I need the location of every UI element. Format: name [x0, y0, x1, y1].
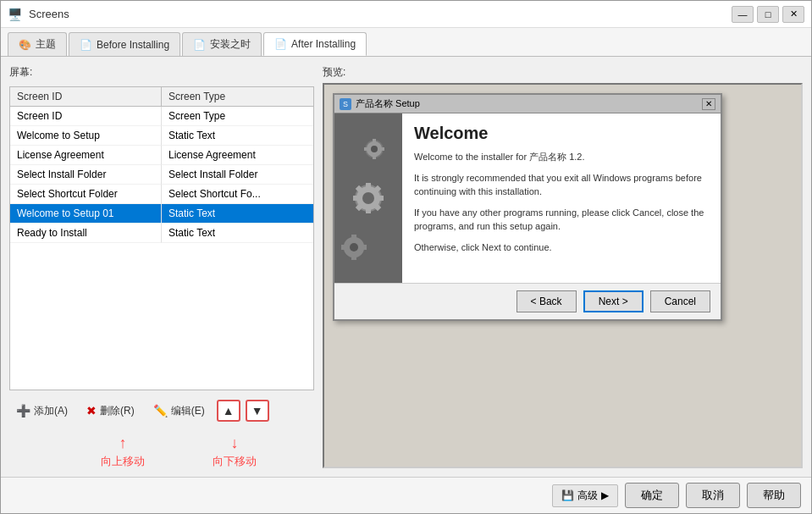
screen-type-cell: Select Install Folder: [162, 165, 313, 185]
svg-point-18: [350, 243, 358, 251]
screens-label: 屏幕:: [9, 65, 314, 80]
delete-label: 删除(R): [100, 404, 135, 418]
installer-title-left: S 产品名称 Setup: [340, 97, 420, 110]
delete-button[interactable]: ✖ 删除(R): [80, 401, 141, 421]
tab-install-time[interactable]: 📄 安装之时: [182, 32, 262, 56]
add-icon: ➕: [16, 404, 30, 417]
maximize-button[interactable]: □: [757, 6, 779, 23]
add-label: 添加(A): [34, 404, 68, 418]
screen-id-cell: Welcome to Setup 01: [10, 204, 162, 224]
themes-icon: 🎨: [19, 39, 31, 51]
annotation-area: ↑ 向上移动 ↓ 向下移动: [9, 431, 314, 468]
chevron-right-icon: ▶: [601, 489, 609, 501]
annotation-down: ↓ 向下移动: [213, 434, 257, 469]
tab-before-installing[interactable]: 📄 Before Installing: [69, 32, 180, 56]
installer-text2: It is strongly recommended that you exit…: [414, 171, 709, 199]
screen-id-cell: License Agreement: [10, 146, 162, 165]
svg-rect-6: [377, 196, 384, 201]
edit-label: 编辑(E): [171, 404, 205, 418]
installer-title-text: 产品名称 Setup: [356, 97, 420, 110]
right-panel: 预览: S 产品名称 Setup ✕: [323, 65, 803, 468]
help-button[interactable]: 帮助: [747, 483, 801, 508]
advanced-button[interactable]: 💾 高级 ▶: [552, 484, 618, 507]
title-controls: — □ ✕: [732, 6, 804, 23]
edit-icon: ✏️: [153, 404, 168, 417]
screen-type-cell: Static Text: [162, 126, 313, 146]
move-up-button[interactable]: ▲: [217, 400, 240, 422]
main-content: 屏幕: Screen ID Screen Type Screen ID Scre…: [1, 57, 811, 477]
delete-icon: ✖: [86, 404, 97, 417]
svg-rect-15: [364, 147, 369, 151]
screen-type-cell: Select Shortcut Fo...: [162, 185, 313, 204]
installer-text4: Otherwise, click Next to continue.: [414, 240, 709, 255]
svg-rect-4: [366, 207, 371, 213]
table-header: Screen ID Screen Type: [10, 87, 313, 107]
installer-window: S 产品名称 Setup ✕: [333, 93, 722, 321]
table-row[interactable]: Ready to Install Static Text: [10, 224, 313, 243]
tab-after-installing[interactable]: 📄 After Installing: [263, 32, 367, 56]
bottom-bar: 💾 高级 ▶ 确定 取消 帮助: [1, 477, 811, 513]
confirm-button[interactable]: 确定: [625, 483, 679, 508]
screen-id-cell: Ready to Install: [10, 224, 162, 243]
annotation-up-text: 向上移动: [101, 454, 145, 469]
title-bar: 🖥️ Screens — □ ✕: [1, 1, 811, 28]
after-installing-icon: 📄: [274, 38, 287, 50]
screen-type-cell: License Agreement: [162, 146, 313, 165]
installer-next-button[interactable]: Next >: [583, 290, 644, 312]
preview-label: 预览:: [323, 65, 803, 80]
up-arrow-icon: ↑: [119, 434, 127, 452]
installer-app-icon: S: [340, 98, 351, 110]
svg-point-2: [362, 192, 374, 204]
annotation-up: ↑ 向上移动: [101, 434, 145, 469]
move-down-button[interactable]: ▼: [246, 400, 269, 422]
title-bar-left: 🖥️ Screens: [8, 8, 69, 21]
installer-footer: < Back Next > Cancel: [334, 283, 721, 319]
screen-rows-container: Screen ID Screen Type Welcome to Setup S…: [10, 107, 313, 243]
svg-rect-13: [373, 139, 376, 144]
installer-image: [334, 113, 402, 283]
installer-text1: Welcome to the installer for 产品名称 1.2.: [414, 150, 709, 164]
svg-rect-22: [361, 245, 367, 250]
installer-cancel-button[interactable]: Cancel: [650, 290, 710, 312]
installer-title-bar: S 产品名称 Setup ✕: [334, 95, 721, 113]
table-row[interactable]: Welcome to Setup Static Text: [10, 126, 313, 146]
before-installing-icon: 📄: [80, 39, 92, 51]
window-title: Screens: [29, 8, 69, 20]
screen-id-cell: Select Install Folder: [10, 165, 162, 185]
installer-content: Welcome Welcome to the installer for 产品名…: [402, 113, 721, 283]
cancel-bottom-button[interactable]: 取消: [686, 483, 740, 508]
advanced-label: 高级: [577, 489, 598, 503]
screen-id-cell: Welcome to Setup: [10, 126, 162, 146]
table-row[interactable]: Select Install Folder Select Install Fol…: [10, 165, 313, 185]
table-row[interactable]: Select Shortcut Folder Select Shortcut F…: [10, 185, 313, 204]
close-button[interactable]: ✕: [782, 6, 804, 23]
screen-id-cell: Screen ID: [10, 107, 162, 126]
main-window: 🖥️ Screens — □ ✕ 🎨 主题 📄 Before Installin…: [0, 0, 812, 514]
preview-window: S 产品名称 Setup ✕: [323, 83, 803, 468]
screen-table[interactable]: Screen ID Screen Type Screen ID Screen T…: [9, 86, 314, 390]
table-row[interactable]: License Agreement License Agreement: [10, 146, 313, 165]
svg-point-12: [371, 146, 378, 152]
col-screen-type: Screen Type: [162, 87, 313, 106]
toolbar: ➕ 添加(A) ✖ 删除(R) ✏️ 编辑(E) ▲ ▼: [9, 395, 314, 426]
screen-type-cell: Static Text: [162, 224, 313, 243]
annotation-down-text: 向下移动: [213, 454, 257, 469]
svg-rect-3: [366, 183, 371, 190]
installer-body: Welcome Welcome to the installer for 产品名…: [334, 113, 721, 283]
svg-rect-19: [351, 235, 356, 240]
edit-button[interactable]: ✏️ 编辑(E): [146, 401, 212, 421]
install-time-icon: 📄: [193, 39, 206, 51]
table-row[interactable]: Welcome to Setup 01 Static Text: [10, 204, 313, 224]
add-button[interactable]: ➕ 添加(A): [9, 401, 75, 421]
tab-bar: 🎨 主题 📄 Before Installing 📄 安装之时 📄 After …: [1, 28, 811, 57]
installer-back-button[interactable]: < Back: [516, 290, 577, 312]
installer-welcome-heading: Welcome: [414, 124, 709, 143]
screen-type-cell: Screen Type: [162, 107, 313, 126]
app-icon: 🖥️: [8, 8, 22, 21]
down-arrow-icon: ↓: [231, 434, 239, 452]
installer-close-button[interactable]: ✕: [702, 98, 715, 110]
table-row[interactable]: Screen ID Screen Type: [10, 107, 313, 126]
tab-themes[interactable]: 🎨 主题: [8, 32, 67, 56]
minimize-button[interactable]: —: [732, 6, 754, 23]
svg-rect-14: [373, 154, 376, 159]
